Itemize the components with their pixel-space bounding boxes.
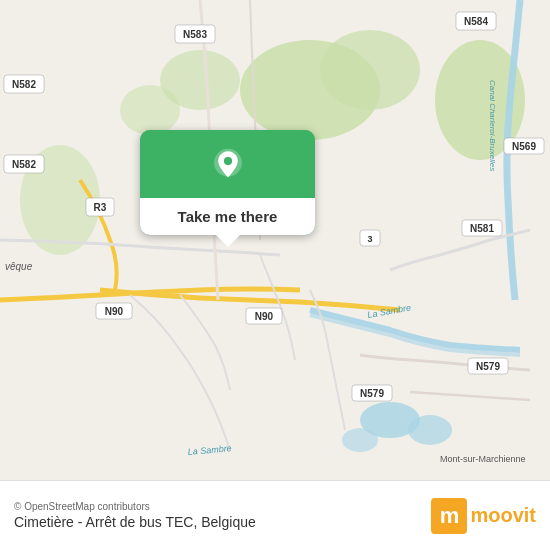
svg-text:N90: N90 (255, 311, 274, 322)
svg-text:vêque: vêque (5, 261, 33, 272)
moovit-logo-icon: m (431, 498, 467, 534)
svg-text:Mont-sur-Marchienne: Mont-sur-Marchienne (440, 454, 526, 464)
svg-text:N579: N579 (476, 361, 500, 372)
svg-text:Canal Charleroi-Bruxelles: Canal Charleroi-Bruxelles (488, 80, 497, 171)
svg-text:N581: N581 (470, 223, 494, 234)
svg-text:N582: N582 (12, 79, 36, 90)
footer-bar: © OpenStreetMap contributors Cimetière -… (0, 480, 550, 550)
copyright-text: © OpenStreetMap contributors (14, 501, 256, 512)
svg-text:N90: N90 (105, 306, 124, 317)
svg-point-40 (223, 157, 231, 165)
svg-text:R3: R3 (94, 202, 107, 213)
svg-point-2 (320, 30, 420, 110)
svg-text:N579: N579 (360, 388, 384, 399)
svg-point-9 (342, 428, 378, 452)
svg-point-5 (120, 85, 180, 135)
svg-text:N584: N584 (464, 16, 488, 27)
svg-text:N569: N569 (512, 141, 536, 152)
map-popup: Take me there (140, 130, 315, 235)
location-pin-icon (210, 148, 246, 184)
svg-point-8 (408, 415, 452, 445)
location-text: Cimetière - Arrêt de bus TEC, Belgique (14, 514, 256, 530)
footer-info: © OpenStreetMap contributors Cimetière -… (14, 501, 256, 530)
svg-text:N583: N583 (183, 29, 207, 40)
svg-text:N582: N582 (12, 159, 36, 170)
map-container: N584 N583 N582 N582 R3 N90 N90 3 N581 N5… (0, 0, 550, 480)
moovit-logo-text: moovit (470, 504, 536, 527)
moovit-letter: m (440, 503, 460, 529)
moovit-logo: m moovit (431, 498, 536, 534)
take-me-there-button[interactable]: Take me there (140, 198, 315, 235)
popup-pin-area (140, 130, 315, 198)
svg-text:3: 3 (367, 234, 372, 244)
